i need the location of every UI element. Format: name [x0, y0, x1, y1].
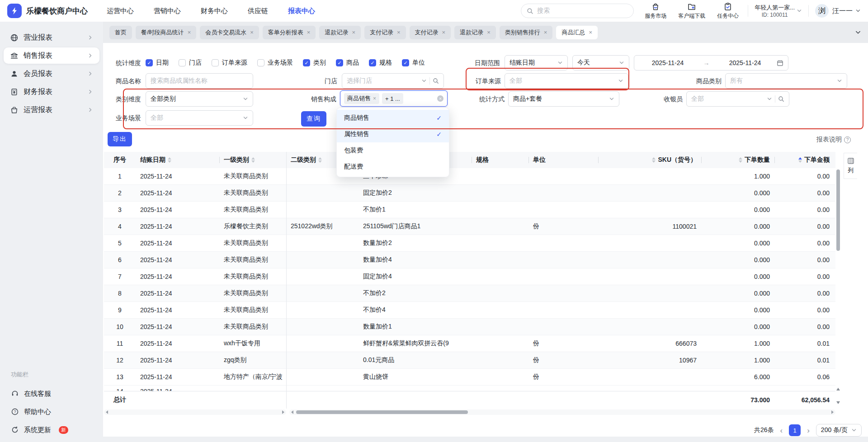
merchant-switcher[interactable]: 年轻人第一家... ID: 100011 — [755, 4, 795, 18]
tab-9[interactable]: 商品汇总× — [556, 26, 598, 39]
tab-4[interactable]: 退款记录× — [319, 26, 361, 39]
chevron-down-icon[interactable] — [797, 8, 802, 14]
nav-item-0[interactable]: 运营中心 — [107, 7, 134, 15]
checkbox-icon[interactable]: ✓ — [369, 59, 376, 66]
column-header-sku[interactable]: SKU（货号） — [598, 152, 701, 168]
category-dimension-select[interactable]: 全部类别 — [146, 91, 253, 107]
date-type-select[interactable]: 结账日期 — [505, 55, 568, 71]
tab-5[interactable]: 支付记录× — [364, 26, 406, 39]
sort-desc-icon[interactable] — [318, 160, 322, 163]
dropdown-option-1[interactable]: 属性销售✓ — [337, 126, 449, 142]
query-button[interactable]: 查询 — [301, 111, 326, 127]
sidebar-item-operation-reports[interactable]: 运营报表 — [4, 102, 99, 118]
report-note[interactable]: 报表说明 ? — [816, 136, 851, 144]
business-scene-select[interactable]: 全部 — [146, 110, 253, 126]
sort-asc-icon[interactable] — [251, 157, 255, 160]
current-page-button[interactable]: 1 — [789, 424, 801, 436]
horizontal-scrollbar-left[interactable] — [104, 409, 286, 415]
dropdown-option-3[interactable]: 配送费 — [337, 159, 449, 175]
tab-7[interactable]: 退款记录× — [454, 26, 496, 39]
search-icon[interactable] — [433, 78, 439, 84]
sort-carets[interactable] — [652, 157, 656, 163]
export-button[interactable]: 导出 — [108, 132, 132, 146]
scroll-left-icon[interactable] — [291, 410, 293, 414]
system-update-item[interactable]: 系统更新 新 — [0, 421, 103, 439]
selected-tag[interactable]: 商品销售 × — [344, 93, 379, 104]
nav-item-1[interactable]: 营销中心 — [154, 7, 181, 15]
help-center-item[interactable]: ? 帮助中心 — [0, 403, 103, 421]
client-download-button[interactable]: 客户端下载 — [678, 2, 705, 20]
sort-desc-icon[interactable] — [798, 160, 802, 163]
tab-0[interactable]: 首页 — [109, 26, 132, 39]
scroll-right-icon[interactable] — [831, 410, 834, 414]
sort-asc-icon[interactable] — [318, 157, 322, 160]
online-service-item[interactable]: 在线客服 — [0, 385, 103, 403]
tab-2[interactable]: 会员卡交易流水× — [200, 26, 259, 39]
service-market-button[interactable]: 服务市场 — [645, 2, 666, 20]
checkbox-icon[interactable]: ✓ — [303, 59, 310, 66]
dropdown-option-0[interactable]: 商品销售✓ — [337, 110, 449, 126]
sort-carets[interactable] — [168, 157, 171, 163]
tab-close-icon[interactable]: × — [352, 29, 355, 36]
sort-desc-icon[interactable] — [168, 160, 171, 163]
tab-close-icon[interactable]: × — [487, 29, 491, 36]
dimension-checkbox-0[interactable]: ✓日期 — [146, 59, 169, 67]
clear-icon[interactable]: × — [437, 95, 443, 102]
nav-item-4[interactable]: 报表中心 — [288, 7, 315, 15]
scroll-left-icon[interactable] — [106, 410, 108, 414]
sidebar-item-finance-reports[interactable]: 财务报表 — [4, 84, 99, 100]
product-name-input[interactable]: 搜索商品或属性名称 — [146, 73, 253, 89]
tab-overflow-button[interactable] — [853, 27, 863, 38]
tab-close-icon[interactable]: × — [250, 29, 254, 36]
dimension-checkbox-2[interactable]: 订单来源 — [212, 59, 247, 67]
sort-desc-icon[interactable] — [251, 160, 255, 163]
cashier-select[interactable]: 全部 — [686, 91, 789, 107]
tab-close-icon[interactable]: × — [397, 29, 401, 36]
sales-composition-multiselect[interactable]: 商品销售 × + 1 ... × — [340, 90, 448, 107]
scroll-right-icon[interactable] — [282, 410, 284, 414]
tab-close-icon[interactable]: × — [589, 29, 592, 36]
scroll-up-icon[interactable] — [836, 388, 840, 390]
store-select[interactable]: 选择门店 — [342, 73, 444, 89]
column-settings-button[interactable]: 列 — [844, 153, 857, 179]
vertical-scrollbar-thumb[interactable] — [836, 169, 840, 251]
column-header-qty[interactable]: 下单数量 — [701, 152, 774, 168]
tab-8[interactable]: 类别销售排行× — [500, 26, 553, 39]
sort-carets[interactable] — [318, 157, 322, 163]
tab-close-icon[interactable]: × — [307, 29, 311, 36]
tab-close-icon[interactable]: × — [544, 29, 547, 36]
dimension-checkbox-5[interactable]: ✓商品 — [336, 59, 359, 67]
checkbox-icon[interactable]: ✓ — [336, 59, 343, 66]
search-icon[interactable] — [778, 96, 784, 102]
sort-carets[interactable] — [739, 157, 742, 163]
nav-item-3[interactable]: 供应链 — [248, 7, 268, 15]
column-header-cat1[interactable]: 一级类别 — [219, 152, 286, 168]
scroll-down-icon[interactable] — [836, 401, 840, 404]
sort-carets[interactable] — [251, 157, 255, 163]
sort-asc-icon[interactable] — [168, 157, 171, 160]
dropdown-option-2[interactable]: 包装费 — [337, 142, 449, 159]
column-header-date[interactable]: 结账日期 — [136, 152, 219, 168]
nav-item-2[interactable]: 财务中心 — [201, 7, 228, 15]
prev-page-icon[interactable]: ‹ — [780, 427, 783, 434]
tab-1[interactable]: 餐/时段商品统计× — [136, 26, 196, 39]
dimension-checkbox-7[interactable]: ✓单位 — [402, 59, 425, 67]
tab-6[interactable]: 支付记录× — [410, 26, 451, 39]
sidebar-item-member-reports[interactable]: 会员报表 — [4, 66, 99, 82]
dimension-checkbox-6[interactable]: ✓规格 — [369, 59, 392, 67]
date-preset-select[interactable]: 今天 — [572, 55, 629, 71]
stat-method-select[interactable]: 商品+套餐 — [508, 91, 619, 107]
sort-carets[interactable] — [798, 157, 802, 163]
more-tag[interactable]: + 1 ... — [382, 93, 403, 104]
global-search-input[interactable]: 搜索 — [521, 4, 634, 18]
sidebar-item-sales-reports[interactable]: 销售报表 — [4, 47, 99, 64]
sort-asc-icon[interactable] — [652, 157, 656, 160]
chevron-down-icon[interactable] — [855, 8, 861, 14]
order-source-select[interactable]: 全部 — [505, 73, 628, 89]
avatar[interactable]: 浏 — [815, 4, 829, 18]
dimension-checkbox-1[interactable]: 门店 — [179, 59, 202, 67]
tab-3[interactable]: 客单分析报表× — [263, 26, 316, 39]
checkbox-icon[interactable] — [257, 59, 264, 66]
dimension-checkbox-3[interactable]: 业务场景 — [257, 59, 293, 67]
checkbox-icon[interactable] — [179, 59, 186, 66]
